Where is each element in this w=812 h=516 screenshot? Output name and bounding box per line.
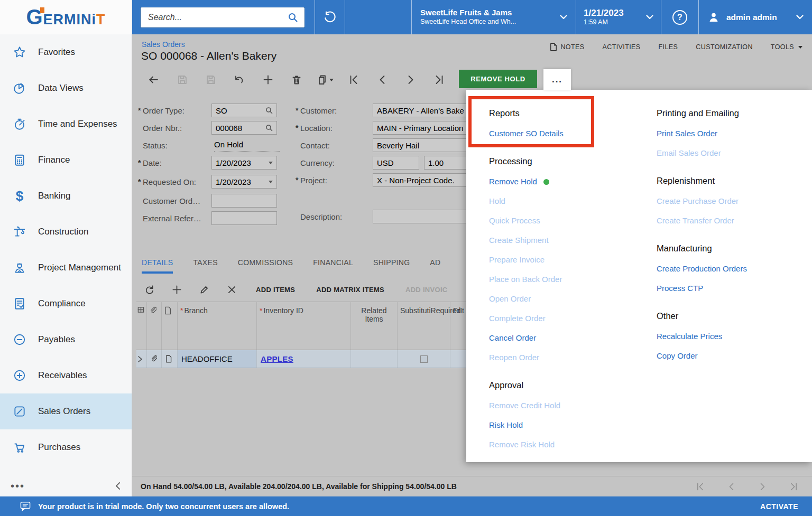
cell-branch[interactable]: HEADOFFICE	[178, 350, 257, 368]
cell-inventory-id[interactable]: APPLES	[257, 350, 351, 368]
add-row-icon[interactable]	[163, 285, 190, 295]
menu-item-recalculate-prices[interactable]: Recalculate Prices	[657, 332, 812, 341]
column-header-related-items[interactable]: Related Items	[351, 302, 398, 350]
menu-item-cancel-order[interactable]: Cancel Order	[489, 333, 648, 342]
lookup-icon[interactable]	[265, 124, 273, 132]
help-button[interactable]: ?	[661, 0, 698, 34]
customer-order-field[interactable]	[211, 194, 277, 208]
back-button[interactable]	[140, 74, 168, 85]
notes-button[interactable]: NOTES	[550, 43, 584, 51]
add-items-button[interactable]: ADD ITEMS	[256, 286, 295, 294]
first-page-icon[interactable]	[696, 482, 705, 491]
menu-item-place-on-back-order: Place on Back Order	[489, 275, 648, 284]
refresh-icon[interactable]	[135, 285, 163, 295]
tab-financial[interactable]: FINANCIAL	[313, 258, 353, 274]
global-search[interactable]	[140, 7, 305, 28]
business-date-selector[interactable]: 1/21/2023 1:59 AM	[576, 0, 661, 34]
sidebar-item-purchases[interactable]: Purchases	[0, 429, 132, 465]
currency-code-field[interactable]: USD	[373, 156, 419, 170]
caret-down-icon[interactable]	[269, 181, 273, 183]
caret-down-icon[interactable]	[269, 162, 273, 164]
remove-hold-button[interactable]: REMOVE HOLD	[459, 70, 537, 88]
requested-on-field[interactable]: 1/20/2023	[211, 175, 277, 189]
order-type-label: Order Type:	[143, 106, 184, 115]
tab-shipping[interactable]: SHIPPING	[373, 258, 410, 274]
column-header-branch[interactable]: *Branch	[178, 302, 257, 350]
menu-item-risk-hold[interactable]: Risk Hold	[489, 420, 648, 429]
sidebar-item-construction[interactable]: Construction	[0, 214, 132, 250]
next-page-icon[interactable]	[758, 482, 767, 491]
cell-substitution-required[interactable]	[398, 350, 450, 368]
lookup-icon[interactable]	[265, 107, 273, 114]
sidebar-item-time-and-expenses[interactable]: Time and Expenses	[0, 106, 132, 142]
sidebar-item-compliance[interactable]: Compliance	[0, 286, 132, 322]
menu-item-customer-so-details[interactable]: Customer SO Details	[489, 129, 648, 138]
menu-item-create-production-orders[interactable]: Create Production Orders	[657, 264, 812, 273]
undo-button[interactable]	[225, 74, 254, 85]
tab-details[interactable]: DETAILS	[142, 258, 173, 274]
external-reference-field[interactable]	[211, 211, 277, 225]
sidebar-item-finance[interactable]: Finance	[0, 142, 132, 178]
date-field[interactable]: 1/20/2023	[211, 156, 277, 170]
column-settings-icon[interactable]	[136, 302, 147, 350]
row-attachment-icon[interactable]	[147, 350, 162, 368]
activities-button[interactable]: ACTIVITIES	[603, 43, 641, 51]
activate-button[interactable]: ACTIVATE	[760, 502, 798, 511]
save-and-close-button[interactable]	[168, 74, 197, 85]
search-input[interactable]	[147, 12, 288, 23]
add-matrix-items-button[interactable]: ADD MATRIX ITEMS	[316, 286, 384, 294]
breadcrumb[interactable]: Sales Orders	[142, 40, 185, 49]
add-invoice-button[interactable]: ADD INVOIC	[405, 286, 448, 294]
customization-button[interactable]: CUSTOMIZATION	[696, 43, 753, 51]
recent-history-button[interactable]	[315, 0, 345, 34]
sidebar-item-favorites[interactable]: Favorites	[0, 34, 132, 70]
last-record-button[interactable]	[425, 74, 454, 85]
menu-item-copy-order[interactable]: Copy Order	[657, 351, 812, 360]
tab-taxes[interactable]: TAXES	[193, 258, 217, 274]
first-record-button[interactable]	[339, 74, 368, 85]
collapse-sidebar-icon[interactable]	[115, 482, 121, 490]
previous-page-icon[interactable]	[727, 482, 736, 491]
sidebar-item-payables[interactable]: Payables	[0, 322, 132, 358]
search-icon[interactable]	[288, 12, 298, 23]
tab-commissions[interactable]: COMMISSIONS	[238, 258, 293, 274]
delete-record-button[interactable]	[282, 74, 311, 85]
menu-item-create-purchase-order: Create Purchase Order	[657, 196, 812, 205]
sidebar-item-data-views[interactable]: Data Views	[0, 70, 132, 106]
more-dots-icon[interactable]: •••	[11, 480, 25, 492]
company-branch: SweetLife Head Office and Wh...	[420, 18, 516, 26]
add-record-button[interactable]	[254, 74, 282, 85]
last-page-icon[interactable]	[789, 482, 798, 491]
app-logo[interactable]: GERMINiT	[0, 0, 132, 34]
grid-row[interactable]: HEADOFFICE APPLES	[136, 350, 503, 368]
order-type-field[interactable]: SO	[211, 104, 277, 117]
row-note-icon[interactable]	[162, 350, 178, 368]
sidebar-item-receivables[interactable]: Receivables	[0, 358, 132, 393]
column-header-inventory-id[interactable]: *Inventory ID	[257, 302, 351, 350]
menu-item-print-sales-order[interactable]: Print Sales Order	[657, 129, 812, 138]
next-record-button[interactable]	[396, 74, 425, 85]
menu-item-remove-hold[interactable]: Remove Hold	[489, 177, 648, 186]
more-actions-button[interactable]: ...	[543, 69, 571, 90]
tab-addresses[interactable]: AD	[430, 258, 440, 274]
files-button[interactable]: FILES	[659, 43, 678, 51]
column-header-substitution-required[interactable]: SubstitutiRequired	[398, 302, 450, 350]
delete-row-icon[interactable]	[218, 285, 245, 294]
substitution-required-checkbox[interactable]	[420, 355, 428, 363]
save-button[interactable]	[197, 74, 225, 85]
sidebar-item-sales-orders[interactable]: Sales Orders	[0, 393, 132, 429]
previous-record-button[interactable]	[368, 74, 396, 85]
menu-section-other: Other	[657, 311, 812, 321]
sidebar-item-project-management[interactable]: Project Management	[0, 250, 132, 286]
inventory-link[interactable]: APPLES	[261, 354, 293, 363]
company-selector[interactable]: SweetLife Fruits & Jams SweetLife Head O…	[412, 0, 576, 34]
business-time: 1:59 AM	[584, 18, 624, 26]
cell-related-items[interactable]	[351, 350, 398, 368]
tools-button[interactable]: TOOLS	[771, 43, 802, 51]
order-nbr-field[interactable]: 000068	[211, 121, 277, 135]
edit-row-icon[interactable]	[190, 285, 218, 295]
menu-item-process-ctp[interactable]: Process CTP	[657, 284, 812, 293]
user-menu[interactable]: admin admin	[699, 0, 812, 34]
copy-paste-button[interactable]	[311, 74, 339, 85]
sidebar-item-banking[interactable]: $ Banking	[0, 178, 132, 214]
